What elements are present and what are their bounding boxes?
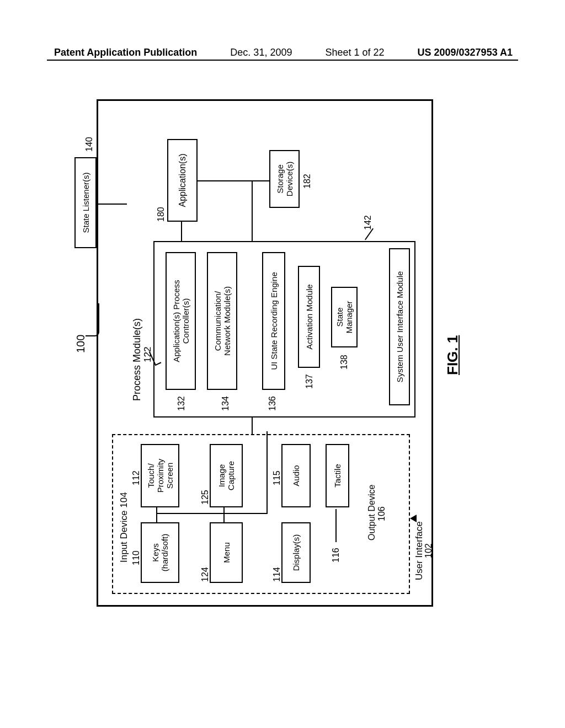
ref-138: 138 (339, 355, 349, 370)
ref-124: 124 (200, 567, 210, 582)
header-divider (47, 60, 518, 61)
sheet-number: Sheet 1 of 22 (325, 47, 384, 58)
user-interface-group: Input Device 104 Keys (hard/soft) 110 To… (112, 434, 410, 594)
state-manager-box: State Manager (331, 287, 358, 347)
conn-bus-storage (252, 180, 270, 181)
input-device-title: Input Device 104 (119, 492, 130, 563)
system-ui-module-box: System User Interface Module (389, 248, 410, 405)
pub-number: US 2009/0327953 A1 (418, 47, 513, 58)
comm-network-box: Communication/ Network Module(s) (207, 252, 237, 390)
figure-page: 100 State Listener(s) 140 Input Device 1… (58, 83, 488, 634)
state-listeners-label: State Listener(s) (81, 172, 90, 233)
figure-label: FIG. 1 (444, 335, 461, 375)
ref-132: 132 (177, 396, 186, 411)
system-box: Input Device 104 Keys (hard/soft) 110 To… (97, 99, 433, 607)
ref-142: 142 (363, 215, 373, 230)
ref-136: 136 (268, 396, 278, 411)
ui-hk1 (156, 513, 157, 522)
activation-module-box: Activation Module (298, 266, 320, 368)
user-interface-label: User Interface (414, 521, 425, 580)
pub-date: Dec. 31, 2009 (230, 47, 292, 58)
ui-hm2 (223, 506, 225, 514)
diagram-container: 100 State Listener(s) 140 Input Device 1… (3, 143, 555, 574)
output-device-label: Output Device (367, 485, 377, 540)
lead-116 (335, 509, 337, 542)
displays-label: Display(s) (291, 534, 301, 571)
conn-apps-down (198, 180, 253, 181)
ref-140: 140 (84, 137, 94, 152)
storage-box: Storage Device(s) (269, 150, 300, 208)
activation-module-label: Activation Module (305, 284, 314, 349)
ref-112: 112 (131, 470, 141, 485)
applications-label: Application(s) (178, 154, 188, 207)
app-process-controller-box: Application(s) Process Controller(s) (166, 252, 196, 390)
ui-vconn (156, 513, 266, 514)
ref-100: 100 (74, 335, 87, 353)
ui-state-recording-label: UI State Recording Engine (269, 272, 279, 370)
applications-box: Application(s) (167, 139, 198, 222)
ref-106: 106 (377, 506, 387, 521)
output-device-text: Output Device (367, 485, 376, 540)
tactile-box: Tactile (326, 444, 349, 507)
tactile-label: Tactile (333, 464, 342, 488)
ref-137: 137 (305, 374, 315, 389)
ref-180: 180 (156, 207, 166, 222)
comm-network-label: Communication/ Network Module(s) (213, 286, 232, 356)
system-ui-module-label: System User Interface Module (395, 271, 404, 383)
menu-label: Menu (222, 542, 231, 563)
image-capture-label: Image Capture (217, 461, 236, 490)
ref-134: 134 (221, 396, 231, 411)
ref-102: 102 (424, 543, 434, 558)
arrow-102 (410, 515, 417, 522)
state-listeners-box: State Listener(s) (74, 157, 97, 248)
image-capture-box: Image Capture (210, 444, 243, 507)
ref-116: 116 (331, 548, 341, 563)
keys-box: Keys (hard/soft) (141, 522, 179, 583)
displays-box: Display(s) (281, 522, 311, 583)
audio-box: Audio (281, 444, 311, 507)
audio-label: Audio (291, 465, 301, 486)
ref-115: 115 (272, 470, 282, 485)
page-header: Patent Application Publication Dec. 31, … (0, 47, 565, 58)
process-modules-title: Process Module(s) (131, 318, 143, 401)
ref-114: 114 (272, 567, 282, 582)
ui-hk2 (156, 506, 157, 514)
menu-box: Menu (210, 522, 243, 583)
ui-hm1 (223, 513, 225, 522)
pub-label: Patent Application Publication (54, 47, 197, 58)
ref-110: 110 (131, 550, 141, 565)
touch-proximity-box: Touch/ Proximity Screen (141, 444, 179, 507)
touch-label: Touch/ Proximity Screen (146, 459, 174, 493)
app-process-controller-label: Application(s) Process Controller(s) (172, 280, 190, 362)
keys-label: Keys (hard/soft) (151, 534, 169, 571)
storage-label: Storage Device(s) (275, 162, 294, 196)
state-manager-label: State Manager (335, 301, 354, 333)
conn-pm-bus (252, 180, 253, 241)
ref-182: 182 (302, 174, 312, 189)
ui-out-h (266, 431, 268, 514)
conn-pm-apps (181, 222, 182, 241)
conn-ui-pm (252, 417, 253, 434)
user-interface-text: User Interface (414, 521, 424, 580)
ref-125: 125 (200, 490, 210, 505)
ui-state-recording-box: UI State Recording Engine (262, 252, 285, 390)
process-modules-box: Application(s) Process Controller(s) 132… (153, 241, 415, 417)
